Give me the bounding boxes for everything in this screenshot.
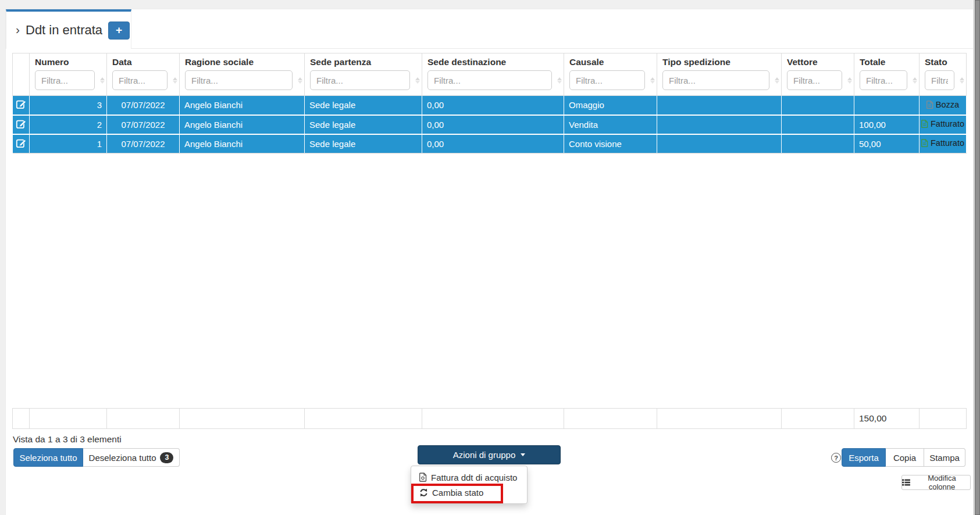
filter-input-totale[interactable] [860,70,907,90]
sort-carets-icon[interactable] [415,77,420,84]
filter-input-stato[interactable] [925,70,954,90]
tab-ddt-in-entrata[interactable]: › Ddt in entrata + [6,9,131,49]
cell-sede_destinazione: 0,00 [422,134,564,153]
column-header-numero[interactable]: Numero [30,53,107,96]
table-row[interactable]: 307/07/2022Angelo BianchiSede legale0,00… [13,96,967,115]
edit-row-button[interactable] [13,115,30,134]
table-body: 307/07/2022Angelo BianchiSede legale0,00… [13,96,967,153]
add-ddt-button[interactable]: + [108,22,130,40]
cell-ragione_sociale: Angelo Bianchi [180,96,305,115]
refresh-icon [419,488,428,497]
column-header-data[interactable]: Data [107,53,180,96]
cell-totale [854,96,920,115]
invoice-file-icon [419,473,427,482]
sort-carets-icon[interactable] [172,77,178,84]
caret-up-icon [100,77,105,80]
column-header-ragione_sociale[interactable]: Ragione sociale [180,53,305,96]
caret-down-icon [557,81,562,84]
footer-cell-vettore [782,409,854,429]
column-header-tipo_spedizione[interactable]: Tipo spedizione [657,53,782,96]
filter-input-numero[interactable] [35,70,95,90]
menu-item-label: Cambia stato [432,488,483,498]
sort-carets-icon[interactable] [774,77,780,84]
caret-up-icon [173,77,177,80]
tabstrip-divider [131,48,973,49]
table-row[interactable]: 207/07/2022Angelo BianchiSede legale0,00… [13,115,967,134]
deselect-all-button[interactable]: Deseleziona tutto 3 [83,448,180,467]
sort-carets-icon[interactable] [99,77,105,84]
table-row[interactable]: 107/07/2022Angelo BianchiSede legale0,00… [13,134,967,153]
column-label: Ragione sociale [185,57,299,67]
edit-row-button[interactable] [13,96,30,115]
menu-item-fattura-ddt[interactable]: Fattura ddt di acquisto [411,470,527,485]
caret-down-icon [847,81,852,84]
column-label: Data [112,57,174,67]
filter-input-data[interactable] [112,70,168,90]
cell-totale: 50,00 [854,134,920,153]
filter-input-vettore[interactable] [787,70,842,90]
group-actions-dropdown-button[interactable]: Azioni di gruppo [418,445,561,464]
caret-down-icon [775,81,779,84]
sort-carets-icon[interactable] [557,77,562,84]
cell-tipo_spedizione [657,115,782,134]
sort-carets-icon[interactable] [959,77,965,84]
edit-columns-button[interactable]: Modifica colonne [901,475,971,490]
filter-input-sede_partenza[interactable] [310,70,410,90]
ddt-table-footer: 150,00 [12,408,967,429]
help-icon[interactable]: ? [831,453,841,463]
footer-cell-tipo_spedizione [657,409,782,429]
column-label: Sede partenza [310,57,416,67]
column-header-vettore[interactable]: Vettore [782,53,854,96]
caret-down-icon [650,81,655,84]
cell-stato: Bozza [920,96,967,115]
menu-item-cambia-stato[interactable]: Cambia stato [411,485,527,500]
filter-input-ragione_sociale[interactable] [185,70,293,90]
column-header-stato[interactable]: Stato [920,53,967,96]
scrollbar-thumb[interactable] [975,0,980,515]
cell-sede_partenza: Sede legale [305,115,422,134]
cell-data: 07/07/2022 [107,96,180,115]
sort-carets-icon[interactable] [297,77,303,84]
select-all-button[interactable]: Seleziona tutto [13,448,83,467]
vertical-scrollbar[interactable] [974,0,980,515]
caret-up-icon [298,77,302,80]
cell-vettore [782,115,854,134]
column-header-sede_partenza[interactable]: Sede partenza [305,53,422,96]
footer-cell-sede_partenza [305,409,422,429]
group-actions-label: Azioni di gruppo [453,450,516,460]
filter-input-sede_destinazione[interactable] [427,70,552,90]
sort-carets-icon[interactable] [912,77,918,84]
column-header-causale[interactable]: Causale [564,53,657,96]
cell-data: 07/07/2022 [107,115,180,134]
column-label: Causale [569,57,651,67]
status-badge: Bozza [936,100,959,109]
print-button[interactable]: Stampa [924,448,965,467]
footer-cell-sede_destinazione [422,409,564,429]
column-header-totale[interactable]: Totale [854,53,920,96]
filter-input-causale[interactable] [569,70,645,90]
cell-vettore [782,134,854,153]
chevron-right-icon: › [16,23,20,37]
cell-vettore [782,96,854,115]
sort-carets-icon[interactable] [650,77,655,84]
ddt-table: NumeroDataRagione socialeSede partenzaSe… [12,53,967,153]
filter-input-tipo_spedizione[interactable] [662,70,769,90]
copy-button[interactable]: Copia [886,448,924,467]
cell-stato: Fatturato [920,134,967,153]
cell-numero: 1 [30,134,107,153]
footer-cell-causale [564,409,657,429]
column-label: Vettore [787,57,849,67]
sort-carets-icon[interactable] [847,77,853,84]
column-label: Numero [35,57,101,67]
cell-data: 07/07/2022 [107,134,180,153]
footer-cell-numero [30,409,107,429]
status-badge: Fatturato [931,119,964,128]
column-header-sede_destinazione[interactable]: Sede destinazione [422,53,564,96]
edit-row-button[interactable] [13,134,30,153]
results-summary: Vista da 1 a 3 di 3 elementi [13,434,122,445]
export-button[interactable]: Esporta [842,448,886,467]
cell-tipo_spedizione [657,134,782,153]
caret-up-icon [847,77,852,80]
page: › Ddt in entrata + NumeroDataRagione soc… [0,0,980,515]
cell-sede_destinazione: 0,00 [422,96,564,115]
